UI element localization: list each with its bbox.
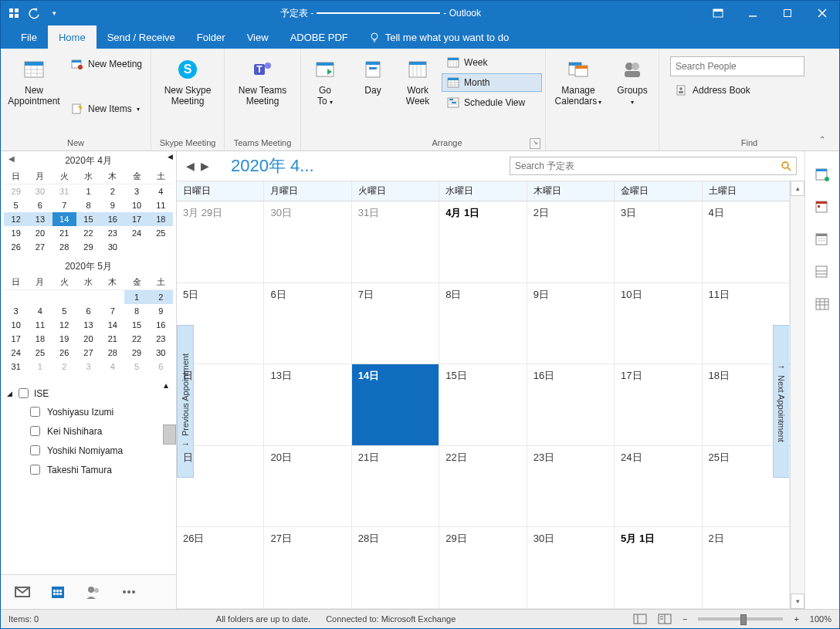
day-cell[interactable]: 5月 1日 xyxy=(615,527,702,608)
mini-cal-day[interactable]: 27 xyxy=(28,240,52,254)
mini-cal-day[interactable]: 14 xyxy=(100,318,124,332)
maximize-button[interactable] xyxy=(770,1,804,25)
ribbon-display-options[interactable] xyxy=(700,1,735,25)
mini-cal-day[interactable] xyxy=(52,290,76,305)
next-period-button[interactable]: ▶ xyxy=(199,158,211,174)
new-appointment-button[interactable]: New Appointment xyxy=(4,52,64,110)
collapse-ribbon-button[interactable]: ⌃ xyxy=(819,135,835,147)
mini-cal-day[interactable] xyxy=(124,240,148,254)
work-week-view-button[interactable]: Work Week xyxy=(395,52,440,110)
mini-cal-day[interactable]: 23 xyxy=(149,332,173,346)
day-cell[interactable]: 31日 xyxy=(352,201,439,282)
zoom-out-button[interactable]: − xyxy=(682,614,687,624)
day-cell[interactable]: 14日 xyxy=(352,364,439,445)
mini-cal-day[interactable] xyxy=(76,290,100,305)
vertical-scrollbar[interactable]: ▴ ▾ xyxy=(790,181,804,609)
mini-cal-day[interactable]: 7 xyxy=(100,304,124,318)
day-cell[interactable]: 22日 xyxy=(439,446,527,527)
mini-cal-day[interactable]: 5 xyxy=(52,304,76,318)
day-cell[interactable]: 29日 xyxy=(439,527,527,608)
scrollbar-thumb[interactable] xyxy=(163,424,176,445)
day-cell[interactable]: 2日 xyxy=(527,201,615,282)
mini-cal-day[interactable]: 11 xyxy=(28,318,52,332)
peek-item[interactable] xyxy=(815,232,830,247)
mini-cal-day[interactable]: 26 xyxy=(4,240,28,254)
day-cell[interactable]: 28日 xyxy=(352,527,439,608)
mini-cal-day[interactable]: 7 xyxy=(52,198,76,212)
mini-cal-day[interactable]: 19 xyxy=(4,226,28,240)
mini-cal-day[interactable]: 6 xyxy=(28,198,52,212)
address-book-button[interactable]: Address Book xyxy=(670,81,804,100)
day-cell[interactable]: 8日 xyxy=(439,283,527,364)
mini-cal-day[interactable]: 27 xyxy=(76,346,100,360)
day-cell[interactable]: 30日 xyxy=(264,201,351,282)
mini-cal-day[interactable]: 18 xyxy=(28,332,52,346)
mini-cal-day[interactable]: 28 xyxy=(52,240,76,254)
day-cell[interactable]: 13日 xyxy=(264,364,351,445)
mini-cal-day[interactable]: 24 xyxy=(4,346,28,360)
scroll-up-button[interactable]: ▴ xyxy=(791,181,804,196)
day-cell[interactable]: 10日 xyxy=(615,283,702,364)
tab-folder[interactable]: Folder xyxy=(186,25,236,49)
minimize-button[interactable] xyxy=(735,1,770,25)
day-cell[interactable]: 18日 xyxy=(703,364,790,445)
zoom-slider[interactable] xyxy=(698,617,783,621)
schedule-view-button[interactable]: Schedule View xyxy=(442,93,542,112)
day-cell[interactable]: 7日 xyxy=(352,283,439,364)
mini-cal-day[interactable]: 12 xyxy=(4,212,28,226)
week-view-button[interactable]: Week xyxy=(442,53,542,72)
new-skype-meeting-button[interactable]: S New Skype Meeting xyxy=(154,52,221,110)
day-cell[interactable]: 3日 xyxy=(615,201,702,282)
mini-cal-day[interactable]: 9 xyxy=(149,304,173,318)
day-view-button[interactable]: Day xyxy=(352,52,394,100)
close-button[interactable] xyxy=(804,1,839,25)
mini-cal-day[interactable]: 31 xyxy=(52,184,76,199)
mini-cal-day[interactable]: 28 xyxy=(100,346,124,360)
calendar-checkbox[interactable] xyxy=(30,407,40,417)
mini-cal-day[interactable]: 22 xyxy=(76,226,100,240)
tab-view[interactable]: View xyxy=(236,25,279,49)
mini-cal-day[interactable]: 3 xyxy=(76,360,100,374)
mini-cal-day[interactable]: 14 xyxy=(52,212,76,226)
mini-cal-day[interactable] xyxy=(28,290,52,305)
day-cell[interactable]: 11日 xyxy=(703,283,790,364)
mini-cal-day[interactable]: 5 xyxy=(124,360,148,374)
tab-send-receive[interactable]: Send / Receive xyxy=(97,25,186,49)
day-cell[interactable]: 23日 xyxy=(527,446,615,527)
day-cell[interactable]: 17日 xyxy=(615,364,702,445)
mini-cal-day[interactable] xyxy=(100,290,124,305)
mini-cal-day[interactable]: 23 xyxy=(100,226,124,240)
mini-cal-day[interactable]: 20 xyxy=(28,226,52,240)
mini-cal-day[interactable]: 16 xyxy=(100,212,124,226)
mini-cal-day[interactable]: 30 xyxy=(149,346,173,360)
calendar-item[interactable]: Kei Nishihara xyxy=(4,421,173,441)
mini-cal-day[interactable]: 8 xyxy=(76,198,100,212)
mini-cal-day[interactable]: 6 xyxy=(76,304,100,318)
mini-cal-day[interactable]: 30 xyxy=(100,240,124,254)
mini-cal-day[interactable]: 2 xyxy=(100,184,124,199)
mini-cal-day[interactable]: 31 xyxy=(4,360,28,374)
mini-cal-day[interactable]: 18 xyxy=(149,212,173,226)
tell-me-search[interactable]: Tell me what you want to do xyxy=(368,25,509,49)
mini-cal-day[interactable]: 9 xyxy=(100,198,124,212)
mini-cal-day[interactable]: 3 xyxy=(124,184,148,199)
day-cell[interactable]: 日 xyxy=(177,446,264,527)
day-cell[interactable]: 21日 xyxy=(352,446,439,527)
prev-month-button[interactable]: ◀ xyxy=(5,154,18,163)
mini-cal-day[interactable] xyxy=(149,240,173,254)
mini-cal-day[interactable]: 30 xyxy=(28,184,52,199)
new-teams-meeting-button[interactable]: T New Teams Meeting xyxy=(228,52,297,110)
mini-cal-day[interactable]: 4 xyxy=(149,184,173,199)
mini-cal-day[interactable]: 25 xyxy=(28,346,52,360)
more-nav-button[interactable] xyxy=(112,577,146,607)
day-cell[interactable]: 2日 xyxy=(703,527,790,608)
mail-nav-button[interactable] xyxy=(5,577,39,607)
calendar-search[interactable] xyxy=(510,157,797,175)
mini-cal-day[interactable]: 19 xyxy=(52,332,76,346)
mini-cal-day[interactable]: 6 xyxy=(149,360,173,374)
day-cell[interactable]: 30日 xyxy=(527,527,615,608)
month-grid[interactable]: ←Previous Appointment →Next Appointment … xyxy=(177,201,790,609)
new-meeting-button[interactable]: New Meeting xyxy=(66,55,147,73)
day-cell[interactable]: 4月 1日 xyxy=(439,201,527,282)
zoom-in-button[interactable]: + xyxy=(794,614,798,624)
